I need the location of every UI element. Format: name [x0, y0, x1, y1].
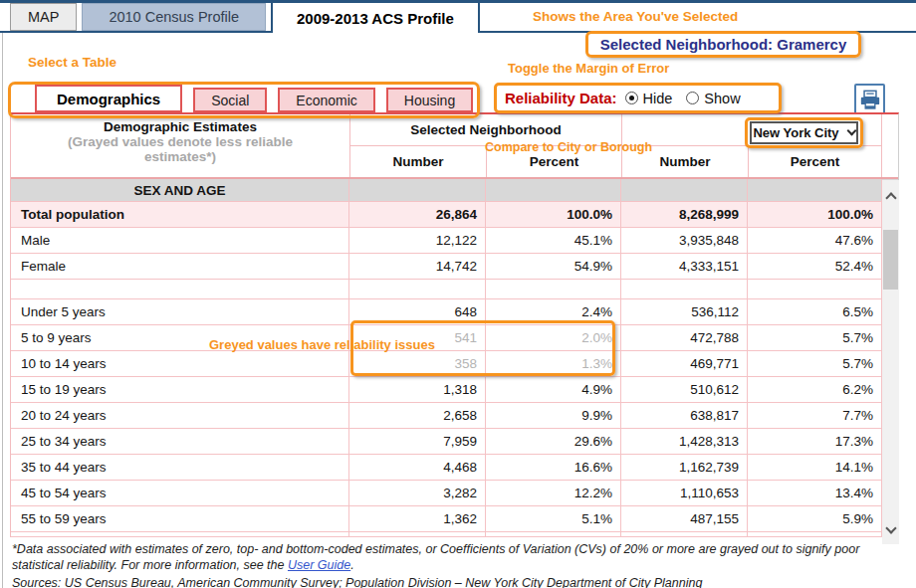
- table-row: 15 to 19 years1,3184.9%510,6126.2%: [11, 377, 898, 403]
- cell-nbhd-number: [349, 532, 486, 537]
- cell-nbhd-percent: [486, 280, 621, 299]
- cell-nbhd-number: 648: [349, 299, 486, 325]
- cell-city-percent: [748, 532, 882, 537]
- row-label: 20 to 24 years: [11, 403, 349, 429]
- cell-city-percent: 47.6%: [748, 228, 882, 254]
- footnotes: *Data associated with estimates of zero,…: [12, 541, 906, 588]
- selected-neighborhood-text: Selected Neighborhood: Gramercy: [600, 36, 847, 53]
- reliability-control: Reliability Data: HideShow: [494, 83, 782, 113]
- table-row: Female14,74254.9%4,333,15152.4%: [11, 254, 898, 280]
- table-title-cell: Demographic Estimates (Grayed values den…: [11, 114, 349, 177]
- cell-nbhd-percent: 45.1%: [486, 228, 621, 254]
- left-border-line: [2, 33, 3, 588]
- print-button[interactable]: [854, 84, 885, 115]
- cell-city-percent: [748, 280, 882, 299]
- cell-city-number: 510,612: [621, 377, 748, 403]
- table-row: Total population26,864100.0%8,268,999100…: [11, 202, 898, 228]
- footnote-text: *Data associated with estimates of zero,…: [12, 542, 859, 572]
- cell-city-number: 3,935,848: [621, 228, 748, 254]
- radio-show[interactable]: [686, 92, 699, 104]
- table-body: SEX AND AGETotal population26,864100.0%8…: [11, 179, 898, 537]
- cell-city-percent: 100.0%: [748, 202, 882, 228]
- scroll-up-button[interactable]: [882, 188, 899, 208]
- cell-nbhd-number: 1,362: [349, 506, 486, 532]
- reliability-option-hide[interactable]: Hide: [625, 91, 673, 106]
- table-tab-bar: DemographicsSocialEconomicHousing: [35, 85, 473, 112]
- table-scrollbar[interactable]: [882, 180, 899, 544]
- cell-city-percent: 5.7%: [748, 325, 882, 351]
- cell-nbhd-percent: 2.4%: [486, 299, 621, 325]
- cell-nbhd-number: 7,959: [349, 429, 486, 455]
- cell-city-percent: 52.4%: [748, 254, 882, 280]
- cell-nbhd-percent: 5.1%: [486, 506, 621, 532]
- comparison-dropdown-value: New York City: [753, 125, 838, 140]
- table-row: 5 to 9 years5412.0%472,7885.7%: [11, 325, 898, 351]
- tab-census-2010[interactable]: 2010 Census Profile: [82, 3, 266, 31]
- row-label: 10 to 14 years: [11, 351, 349, 377]
- cell-city-number: [621, 532, 748, 537]
- annotation-greyed-values: Greyed values have reliability issues: [209, 337, 435, 352]
- cell-city-number: 1,110,653: [621, 481, 748, 506]
- data-table: Demographic Estimates (Grayed values den…: [10, 112, 899, 537]
- table-tab-demographics[interactable]: Demographics: [35, 85, 182, 112]
- reliability-label: Reliability Data:: [505, 90, 617, 106]
- cell-city-number: 487,155: [621, 506, 748, 532]
- table-row: 35 to 44 years4,46816.6%1,162,73914.1%: [11, 455, 898, 481]
- row-label: Male: [11, 228, 349, 254]
- row-label: 35 to 44 years: [11, 455, 349, 481]
- chevron-down-icon: [885, 522, 896, 533]
- cell-city-percent: 6.2%: [748, 377, 882, 403]
- cell-nbhd-percent: 1.3%: [486, 351, 621, 377]
- tab-map[interactable]: MAP: [10, 3, 77, 31]
- reliability-option-show[interactable]: Show: [686, 91, 740, 106]
- cell-city-percent: [748, 179, 882, 202]
- row-label: Total population: [11, 202, 349, 228]
- row-label: SEX AND AGE: [11, 179, 349, 202]
- comparison-dropdown[interactable]: New York City: [750, 121, 858, 144]
- cell-city-number: 4,333,151: [621, 254, 748, 280]
- table-tab-economic[interactable]: Economic: [278, 88, 374, 112]
- table-row: 10 to 14 years3581.3%469,7715.7%: [11, 351, 898, 377]
- row-label: 45 to 54 years: [11, 481, 349, 506]
- section-row: SEX AND AGE: [11, 179, 898, 202]
- table-subtitle: (Grayed values denote less reliable esti…: [11, 134, 349, 164]
- table-tab-social[interactable]: Social: [193, 88, 267, 112]
- table-tab-housing[interactable]: Housing: [386, 88, 473, 112]
- cell-nbhd-number: 3,282: [349, 481, 486, 506]
- row-label: 15 to 19 years: [11, 377, 349, 403]
- cell-nbhd-number: [349, 280, 486, 299]
- cell-nbhd-percent: [486, 532, 621, 537]
- cell-nbhd-percent: 100.0%: [486, 202, 621, 228]
- chevron-down-icon: [846, 126, 856, 136]
- radio-hide-selected[interactable]: [625, 92, 638, 104]
- cell-nbhd-percent: 9.9%: [486, 403, 621, 429]
- cell-city-number: [621, 280, 748, 299]
- cell-nbhd-percent: 2.0%: [486, 325, 621, 351]
- cell-city-percent: 5.7%: [748, 351, 882, 377]
- cell-nbhd-percent: 4.9%: [486, 377, 621, 403]
- row-label: 25 to 34 years: [11, 429, 349, 455]
- cell-city-number: 638,817: [621, 403, 748, 429]
- table-row: 45 to 54 years3,28212.2%1,110,65313.4%: [11, 481, 898, 506]
- tab-acs[interactable]: 2009-2013 ACS Profile: [271, 1, 480, 33]
- cell-city-percent: 14.1%: [748, 455, 882, 481]
- table-row: 25 to 34 years7,95929.6%1,428,31317.3%: [11, 429, 898, 455]
- cell-nbhd-number: 358: [349, 351, 486, 377]
- cell-city-number: [621, 179, 748, 202]
- annotation-compare: Compare to City or Borough: [485, 140, 652, 154]
- row-label: [11, 532, 349, 537]
- census-factfinder-app: MAP2010 Census Profile2009-2013 ACS Prof…: [0, 0, 916, 588]
- scroll-thumb[interactable]: [883, 230, 898, 290]
- cell-nbhd-number: [349, 179, 486, 202]
- cell-city-number: 536,112: [621, 299, 748, 325]
- cell-nbhd-number: 12,122: [349, 228, 486, 254]
- cell-city-percent: 7.7%: [748, 403, 882, 429]
- col-header-nbhd-number: Number: [349, 146, 486, 177]
- user-guide-link[interactable]: User Guide: [288, 558, 350, 572]
- annotation-select-table: Select a Table: [28, 55, 116, 70]
- chevron-up-icon: [885, 192, 896, 203]
- scroll-down-button[interactable]: [882, 518, 899, 538]
- top-tab-bar: MAP2010 Census Profile2009-2013 ACS Prof…: [10, 3, 480, 33]
- cell-nbhd-percent: [486, 179, 621, 202]
- radio-label-show: Show: [704, 91, 740, 106]
